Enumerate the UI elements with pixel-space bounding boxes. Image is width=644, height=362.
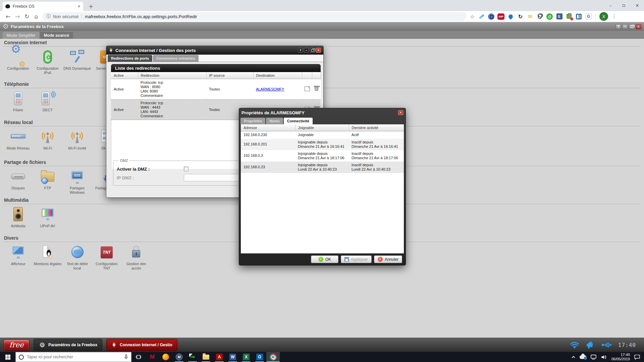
window-close-button[interactable]: ✕ [631, 0, 644, 11]
onedrive-icon[interactable] [580, 355, 586, 359]
profile-avatar[interactable]: X [599, 12, 608, 21]
maximize-button[interactable] [310, 48, 315, 53]
help-button[interactable]: ? [615, 24, 621, 29]
app-ftp[interactable]: FTP [33, 168, 62, 195]
task-parametres-freebox[interactable]: ⚙⚙ Paramètres de la Freebox [34, 339, 102, 351]
taskbar-search[interactable] [15, 352, 131, 362]
taskbar-app-chrome[interactable] [266, 352, 280, 362]
free-logo-button[interactable]: free [3, 340, 30, 351]
app-configuration-ipv6[interactable]: Configuration IPv6 [33, 48, 62, 75]
shopping-extension-icon[interactable] [566, 13, 573, 20]
properties-titlebar[interactable]: Propriétés de ALARMESOMFY ✕ [239, 108, 406, 117]
action-center-icon[interactable] [634, 355, 640, 360]
megaphone-icon[interactable] [585, 341, 595, 349]
taskbar-search-input[interactable] [27, 355, 121, 359]
dmz-enable-checkbox[interactable] [184, 167, 189, 171]
destination-link[interactable]: ALARMESOMFY [256, 87, 284, 91]
home-icon[interactable]: ⌂ [32, 12, 41, 21]
app-test-debit[interactable]: Test de débit local [62, 243, 92, 270]
evernote-extension-icon[interactable]: E [556, 13, 563, 20]
app-partages-windows[interactable]: Partages Windows [62, 168, 92, 195]
browser-menu-icon[interactable]: ⋮ [612, 13, 617, 19]
highlighter-extension-icon[interactable] [478, 13, 485, 20]
taskbar-app-fm[interactable]: FM [186, 352, 199, 362]
task-connexion-internet[interactable]: Connexion Internet / Gestio [106, 339, 177, 351]
minimize-button[interactable]: – [622, 24, 628, 29]
tray-chevron-up-icon[interactable] [572, 356, 575, 358]
address-bar[interactable]: ⓘ Non sécurisé mafreebox.freebox.fr/#Fbx… [42, 12, 467, 21]
connectivity-row[interactable]: 192.168.0.3 Injoignable depuisDimanche 2… [241, 150, 404, 162]
drop-extension-icon[interactable] [507, 13, 514, 20]
lock-extension-icon[interactable] [488, 13, 495, 20]
app-gestion-acces[interactable]: Gestion des accès [121, 243, 151, 270]
app-filaire[interactable]: Filaire [3, 89, 33, 112]
windows-clock[interactable]: 17:40 06/05/2019 [611, 353, 630, 361]
app-configuration-tnt[interactable]: TNT Configuration TNT [92, 243, 121, 270]
usb-icon[interactable] [601, 342, 612, 348]
microphone-icon[interactable] [124, 354, 128, 360]
ok-button[interactable]: ✓OK [311, 255, 338, 263]
close-button[interactable]: ✕ [316, 48, 321, 53]
app-mentions-legales[interactable]: Mentions légales [33, 243, 62, 270]
col-ip-source[interactable]: IP source [206, 72, 253, 79]
app-wifi[interactable]: Wi-Fi [33, 128, 62, 150]
back-icon[interactable]: ← [3, 12, 13, 21]
mail-extension-icon[interactable]: ✉ [527, 13, 534, 20]
apply-button[interactable]: Appliquer [341, 255, 372, 263]
taskbar-app-m-red[interactable]: M [146, 352, 159, 362]
wifi-status-icon[interactable] [570, 341, 579, 349]
tab-connexions-entrantes[interactable]: Connexions entrantes [153, 55, 199, 62]
forward-icon[interactable]: → [13, 12, 22, 21]
app-dect[interactable]: DECT [33, 89, 62, 112]
tab-proprietes[interactable]: Propriétés [240, 118, 265, 124]
task-view-button[interactable] [131, 352, 146, 362]
col-joignable[interactable]: Joignable [295, 124, 349, 131]
minimize-button[interactable]: – [304, 48, 309, 53]
app-airmedia[interactable]: AirMedia [3, 205, 33, 228]
sync-extension-icon[interactable]: ↻ [517, 13, 524, 20]
col-derniere-activite[interactable]: Dernière activité [349, 124, 404, 131]
app-disques[interactable]: Disques [3, 168, 33, 195]
network-icon[interactable] [591, 355, 596, 360]
mode-advanced-tab[interactable]: Mode avancé [40, 32, 73, 39]
app-mode-reseau[interactable]: Mode Réseau [3, 128, 33, 150]
col-active[interactable]: Active [111, 72, 138, 79]
tab-connectivite[interactable]: Connectivité [284, 118, 313, 124]
app-dns-dynamique[interactable]: DNS Dynamique [62, 48, 92, 75]
tab-close-icon[interactable]: ✕ [77, 4, 80, 9]
url-text[interactable]: mafreebox.freebox.fr/#Fbx.os.app.setting… [85, 14, 197, 19]
trash-icon[interactable] [315, 86, 318, 91]
app-upnp-av[interactable]: UPnP AV [33, 205, 62, 228]
cancel-button[interactable]: ✕Annuler [374, 255, 402, 263]
panel-extension-icon[interactable] [575, 13, 582, 20]
connectivity-row[interactable]: 192.168.0.201 Injoignable depuisDimanche… [241, 139, 404, 150]
taskbar-app-acrobat[interactable]: A [213, 352, 226, 362]
close-button[interactable]: ✕ [398, 110, 403, 115]
mode-simple-tab[interactable]: Mode Simplifié [3, 32, 39, 39]
help-button[interactable]: ? [298, 48, 303, 53]
redirection-row[interactable]: Active Protocole: tcpWAN : 8080LAN: 8080… [111, 79, 321, 100]
adblock-extension-icon[interactable]: ABP [497, 13, 504, 20]
taskbar-app-explorer[interactable] [199, 352, 213, 362]
col-adresse[interactable]: Adresse [241, 124, 295, 131]
taskbar-app-excel[interactable]: X [239, 352, 253, 362]
taskbar-app-outlook[interactable]: O [253, 352, 266, 362]
taskbar-app-m-circle[interactable]: M [172, 352, 186, 362]
new-tab-button[interactable]: + [87, 2, 95, 11]
speaker-icon[interactable] [601, 355, 607, 360]
app-wifi-invite[interactable]: Wi-Fi invité [62, 128, 92, 150]
hourglass-extension-icon[interactable] [536, 13, 543, 20]
col-redirection[interactable]: Redirection [138, 72, 206, 79]
connectivity-row[interactable]: 192.168.0.23 Injoignable depuisLundi 22 … [241, 162, 404, 173]
start-button[interactable] [0, 352, 15, 362]
tab-noms[interactable]: Noms [266, 118, 283, 124]
app-afficheur[interactable]: Afficheur [3, 243, 33, 270]
taskbar-app-word[interactable]: W [226, 352, 239, 362]
app-configuration[interactable]: ⚙⚙ Configuration [3, 48, 33, 75]
tab-redirections-de-ports[interactable]: Redirections de ports [108, 55, 152, 62]
restore-button[interactable] [629, 24, 635, 29]
bookmark-star-icon[interactable]: ☆ [468, 12, 477, 21]
browser-tab[interactable]: Freebox OS ✕ [3, 2, 83, 11]
translate-extension-icon[interactable]: G [585, 13, 592, 20]
ports-window-titlebar[interactable]: Connexion Internet / Gestion des ports ?… [106, 46, 323, 55]
